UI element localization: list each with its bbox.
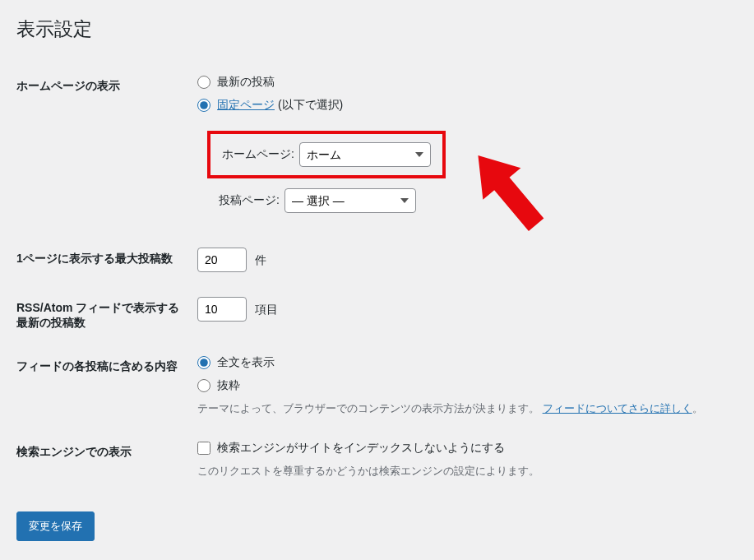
- posts-page-select[interactable]: — 選択 —: [284, 188, 416, 213]
- static-page-link[interactable]: 固定ページ: [217, 98, 275, 111]
- feed-content-label: フィードの各投稿に含める内容: [16, 347, 197, 433]
- radio-static-page-label[interactable]: 固定ページ (以下で選択): [217, 98, 343, 113]
- homepage-select-label: ホームページ:: [222, 147, 294, 162]
- homepage-select[interactable]: ホーム: [299, 142, 431, 167]
- homepage-display-label: ホームページの表示: [16, 67, 197, 239]
- homepage-select-highlight: ホームページ: ホーム: [207, 131, 446, 178]
- posts-per-page-label: 1ページに表示する最大投稿数: [16, 239, 197, 289]
- radio-full-text[interactable]: [197, 356, 210, 369]
- search-engine-checkbox[interactable]: [197, 442, 210, 455]
- posts-per-page-unit: 件: [255, 253, 266, 266]
- feed-description-prefix: テーマによって、ブラウザーでのコンテンツの表示方法が決まります。: [197, 402, 539, 414]
- radio-static-page[interactable]: [197, 99, 210, 112]
- radio-full-text-label[interactable]: 全文を表示: [217, 355, 275, 370]
- radio-latest-posts-label[interactable]: 最新の投稿: [217, 75, 275, 90]
- rss-items-unit: 項目: [255, 303, 278, 316]
- page-title: 表示設定: [16, 16, 738, 42]
- feed-description: テーマによって、ブラウザーでのコンテンツの表示方法が決まります。 フィードについ…: [197, 401, 729, 416]
- save-button[interactable]: 変更を保存: [16, 511, 95, 541]
- rss-items-label: RSS/Atom フィードで表示する最新の投稿数: [16, 289, 197, 347]
- search-engine-checkbox-label[interactable]: 検索エンジンがサイトをインデックスしないようにする: [217, 441, 505, 456]
- feed-learn-more-link[interactable]: フィードについてさらに詳しく: [543, 402, 692, 414]
- search-engine-label: 検索エンジンでの表示: [16, 433, 197, 495]
- search-engine-description: このリクエストを尊重するかどうかは検索エンジンの設定によります。: [197, 464, 729, 479]
- posts-page-select-label: 投稿ページ:: [219, 193, 280, 208]
- radio-excerpt-label[interactable]: 抜粋: [217, 378, 240, 393]
- radio-latest-posts[interactable]: [197, 76, 210, 89]
- static-page-suffix: (以下で選択): [275, 98, 343, 111]
- feed-description-suffix: 。: [692, 402, 703, 414]
- radio-excerpt[interactable]: [197, 379, 210, 392]
- rss-items-input[interactable]: [197, 297, 247, 322]
- posts-per-page-input[interactable]: [197, 248, 247, 272]
